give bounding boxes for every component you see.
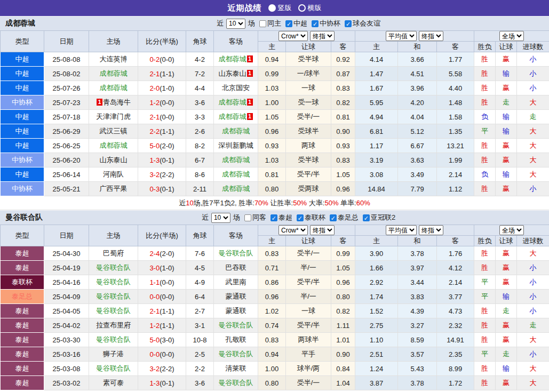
checkbox-unchecked-icon[interactable] [244, 214, 251, 221]
odds-stage-select[interactable]: 终指 [310, 31, 335, 41]
result-outcome-cell: 胜 [474, 81, 496, 95]
avg-home-cell: 1.66 [355, 261, 398, 275]
layout-radio-vertical[interactable]: 竖版 [268, 3, 292, 13]
home-team-cell: 成都蓉城 [89, 81, 138, 95]
checkbox-checked-icon[interactable]: ✓ [345, 20, 352, 27]
odds-source-group: Crow*终指 [258, 225, 355, 236]
result-outcome-cell: 胜 [474, 182, 496, 196]
handicap-line-cell: 半/一 [286, 290, 331, 304]
avg-home-cell: 1.24 [355, 362, 398, 376]
corner-cell: 2-7 [186, 304, 214, 318]
home-team-cell: 曼谷联合队 [89, 290, 138, 304]
odds-stage-select[interactable]: 终指 [310, 225, 335, 235]
handicap-line-cell: 半/一 [286, 261, 331, 275]
odds-home-cell: 1.00 [258, 95, 286, 110]
checkbox-checked-icon[interactable]: ✓ [297, 214, 304, 221]
team-label: 蒙通联 [226, 292, 246, 300]
avg-home-cell: 3.08 [355, 167, 398, 182]
team-label: 河南队 [103, 170, 124, 178]
odds-away-cell: 0.83 [331, 153, 355, 167]
sub-column-header: 主 [355, 236, 398, 246]
summary-segment: 60% [356, 199, 370, 207]
handicap-line-cell: 受一球 [286, 95, 331, 110]
filter-checkbox-泰超[interactable]: ✓泰超 [270, 213, 292, 222]
filter-checkbox-中协杯[interactable]: ✓中协杯 [312, 19, 340, 28]
avg-away-cell: 8.99 [437, 362, 474, 376]
away-team-cell: 曼谷联合队 [214, 318, 258, 333]
avg-type-select[interactable]: 平均值 [386, 225, 417, 235]
filter-checkbox-同客[interactable]: 同客 [244, 213, 266, 222]
avg-stage-select[interactable]: 终指 [419, 225, 443, 235]
odds-home-cell: 1.02 [258, 304, 286, 318]
radio-unselected-icon[interactable] [298, 4, 306, 12]
checkbox-checked-icon[interactable]: ✓ [363, 214, 370, 221]
filter-checkbox-球会友谊[interactable]: ✓球会友谊 [345, 19, 380, 28]
column-header: 比分(半场) [138, 225, 186, 246]
result-goals-cell: 小 [517, 182, 549, 196]
near-count-select[interactable]: 10 [226, 19, 245, 29]
team-label: 巴蜀府 [103, 249, 124, 257]
score-cell: 1-2(0-0) [138, 95, 186, 110]
avg-draw-cell: 3.97 [398, 261, 437, 275]
checkbox-checked-icon[interactable]: ✓ [330, 214, 337, 221]
fulltime-score: 2-4 [149, 250, 160, 258]
checkbox-checked-icon[interactable]: ✓ [270, 214, 277, 221]
column-header: 日期 [44, 31, 89, 52]
halftime-score: (2-2) [160, 171, 174, 179]
checkbox-unchecked-icon[interactable] [259, 20, 266, 27]
team-label: 青岛海牛 [103, 98, 131, 106]
scope-select[interactable]: 全场 [499, 225, 524, 235]
checkbox-checked-icon[interactable]: ✓ [285, 20, 292, 27]
team-label: 成都蓉城 [100, 141, 128, 149]
radio-selected-icon[interactable] [268, 4, 276, 12]
filter-controls: 近10场同客✓泰超✓泰联杯✓泰足总✓亚冠联2 [202, 213, 395, 223]
filter-checkbox-泰足总[interactable]: ✓泰足总 [330, 213, 359, 222]
filter-checkbox-同主[interactable]: 同主 [259, 19, 281, 28]
fulltime-score: 5-0 [149, 336, 160, 344]
filter-checkbox-中超[interactable]: ✓中超 [285, 19, 307, 28]
home-team-cell: 巴蜀府 [89, 246, 138, 261]
corner-cell: 4-2 [186, 52, 214, 67]
result-handicap-cell: 输 [496, 167, 517, 182]
odds-away-cell: 0.96 [331, 182, 355, 196]
scope-select[interactable]: 全场 [499, 31, 524, 41]
result-handicap-cell: 输 [496, 67, 517, 81]
avg-home-cell: 1.52 [355, 304, 398, 318]
avg-stage-select[interactable]: 终指 [419, 31, 443, 41]
result-outcome-cell: 平 [474, 290, 496, 304]
fulltime-score: 0-0 [149, 293, 160, 301]
red-card-badge: 1 [247, 55, 253, 62]
fulltime-score: 1-2 [149, 322, 160, 330]
odds-book-select[interactable]: Crow* [279, 31, 308, 41]
halftime-score: (1-1) [160, 307, 174, 315]
filter-checkbox-泰联杯[interactable]: ✓泰联杯 [297, 213, 325, 222]
column-header: 角球 [186, 225, 214, 246]
avg-type-select[interactable]: 平均值 [386, 31, 417, 41]
home-team-cell: 成都蓉城 [89, 139, 138, 153]
result-goals-cell: 小 [517, 52, 549, 67]
odds-away-cell: 1.05 [331, 261, 355, 275]
odds-home-cell: 0.80 [258, 376, 286, 390]
odds-book-select[interactable]: Crow* [279, 225, 308, 235]
avg-away-cell: 2.14 [437, 275, 474, 290]
away-team-cell: 孔敬联 [214, 333, 258, 347]
layout-radio-horizontal[interactable]: 横版 [298, 3, 322, 13]
checkbox-label: 中超 [293, 19, 307, 28]
result-goals-cell: 小 [517, 67, 549, 81]
checkbox-checked-icon[interactable]: ✓ [312, 20, 319, 27]
avg-home-cell: 1.17 [355, 139, 398, 153]
score-cell: 3-2(2-2) [138, 362, 186, 376]
result-handicap-cell: 走 [496, 347, 517, 362]
odds-away-cell: 0.82 [331, 95, 355, 110]
odds-home-cell: 0.80 [258, 182, 286, 196]
filter-checkbox-亚冠联2[interactable]: ✓亚冠联2 [363, 213, 395, 222]
handicap-line-cell: 受球半 [286, 124, 331, 139]
match-row: 中超25-07-18天津津门虎2-1(0-0)3-3成都蓉城11.05受半/一0… [1, 110, 549, 124]
avg-home-cell: 1.67 [355, 81, 398, 95]
near-count-select[interactable]: 10 [211, 213, 230, 223]
date-cell: 25-08-08 [44, 52, 89, 67]
avg-draw-cell: 4.51 [398, 67, 437, 81]
score-cell: 0-0(0-0) [138, 347, 186, 362]
odds-away-cell: 1.11 [331, 318, 355, 333]
corner-cell: 2-2 [186, 362, 214, 376]
